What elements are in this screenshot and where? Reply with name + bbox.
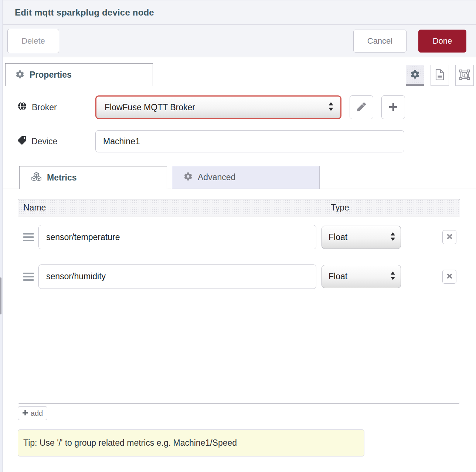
plus-icon — [22, 409, 28, 418]
select-arrows-icon — [328, 102, 334, 113]
workspace-edge — [0, 0, 3, 472]
dialog-title-bar: Edit mqtt sparkplug device node — [3, 0, 476, 25]
device-label: Device — [18, 136, 95, 147]
tab-properties[interactable]: Properties — [5, 63, 153, 86]
cancel-button[interactable]: Cancel — [353, 30, 407, 53]
metrics-table: Name Type Float — [18, 199, 460, 404]
broker-label: Broker — [18, 102, 95, 113]
appearance-icon — [459, 70, 470, 81]
remove-metric-button[interactable] — [442, 270, 456, 284]
edit-broker-button[interactable] — [350, 95, 373, 119]
add-metric-button[interactable]: add — [18, 406, 47, 420]
metric-type-value: Float — [329, 272, 390, 281]
device-input[interactable] — [95, 130, 404, 152]
add-broker-button[interactable] — [381, 95, 405, 119]
metrics-table-empty-area — [18, 295, 460, 403]
tip-box: Tip: Use '/' to group related metrics e.… — [18, 429, 364, 456]
add-metric-label: add — [31, 409, 43, 418]
plus-icon — [388, 102, 398, 113]
tag-icon — [18, 136, 26, 147]
metric-row: Float — [18, 216, 460, 258]
node-description-button[interactable] — [431, 65, 449, 86]
broker-select-value: FlowFuse MQTT Broker — [105, 102, 328, 112]
x-icon — [447, 234, 452, 240]
done-button[interactable]: Done — [418, 30, 466, 53]
tab-advanced[interactable]: Advanced — [172, 166, 320, 189]
dialog-button-row: Delete Cancel Done — [3, 25, 476, 57]
metrics-advanced-tabs: Metrics Advanced — [3, 165, 476, 189]
metric-name-input[interactable] — [38, 264, 316, 289]
tab-advanced-label: Advanced — [198, 172, 235, 182]
device-row: Device — [18, 130, 476, 152]
tip-text: Tip: Use '/' to group related metrics e.… — [23, 438, 237, 448]
remove-metric-button[interactable] — [442, 230, 456, 244]
globe-icon — [18, 102, 27, 113]
document-icon — [435, 69, 444, 81]
metrics-table-header: Name Type — [18, 199, 460, 216]
tab-metrics[interactable]: Metrics — [19, 166, 167, 189]
editor-tab-bar: Properties — [3, 57, 476, 86]
pencil-icon — [357, 102, 366, 112]
scrollbar-thumb[interactable] — [0, 277, 1, 314]
metric-type-select[interactable]: Float — [322, 265, 401, 288]
select-arrows-icon — [390, 271, 395, 282]
edit-node-dialog: Edit mqtt sparkplug device node Delete C… — [3, 0, 476, 472]
drag-handle-icon[interactable] — [23, 273, 34, 281]
tab-properties-label: Properties — [30, 70, 72, 80]
metric-name-input[interactable] — [38, 225, 316, 249]
node-properties-form: Broker FlowFuse MQTT Broker — [3, 86, 476, 472]
cubes-icon — [31, 172, 41, 184]
broker-row: Broker FlowFuse MQTT Broker — [18, 95, 476, 119]
gear-icon — [184, 172, 192, 183]
editor-tray-buttons — [406, 65, 474, 86]
node-settings-button[interactable] — [406, 65, 424, 86]
x-icon — [447, 273, 452, 280]
dialog-title: Edit mqtt sparkplug device node — [15, 7, 154, 18]
gear-icon — [16, 70, 24, 80]
drag-handle-icon[interactable] — [23, 233, 34, 241]
select-arrows-icon — [390, 232, 395, 243]
tab-metrics-label: Metrics — [47, 173, 77, 183]
metric-type-value: Float — [329, 232, 390, 242]
delete-button[interactable]: Delete — [7, 29, 59, 53]
column-header-name: Name — [18, 203, 46, 213]
metric-row: Float — [18, 258, 460, 295]
broker-select[interactable]: FlowFuse MQTT Broker — [95, 95, 341, 119]
column-header-type: Type — [331, 203, 349, 213]
node-appearance-button[interactable] — [455, 65, 474, 86]
metric-type-select[interactable]: Float — [322, 226, 401, 249]
gear-icon — [411, 70, 419, 80]
